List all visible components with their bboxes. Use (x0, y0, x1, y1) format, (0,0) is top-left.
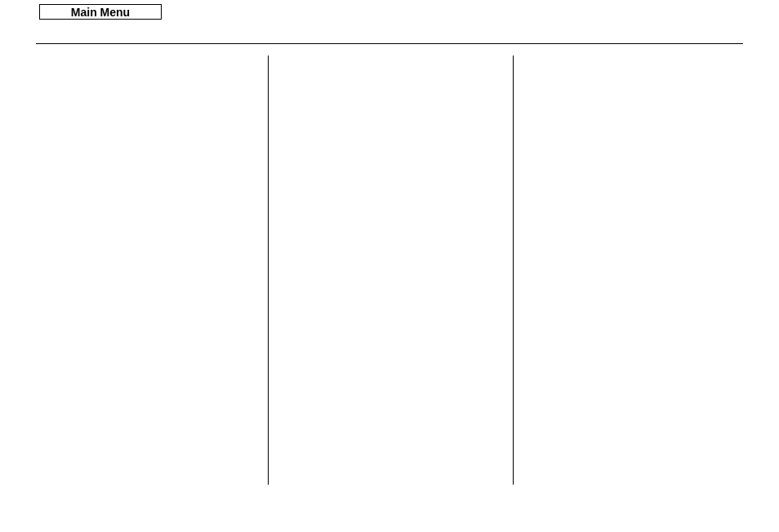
horizontal-divider (36, 43, 743, 44)
column-right (514, 55, 743, 485)
column-middle (269, 55, 513, 485)
column-left (36, 55, 268, 485)
main-menu-button[interactable]: Main Menu (39, 4, 162, 20)
